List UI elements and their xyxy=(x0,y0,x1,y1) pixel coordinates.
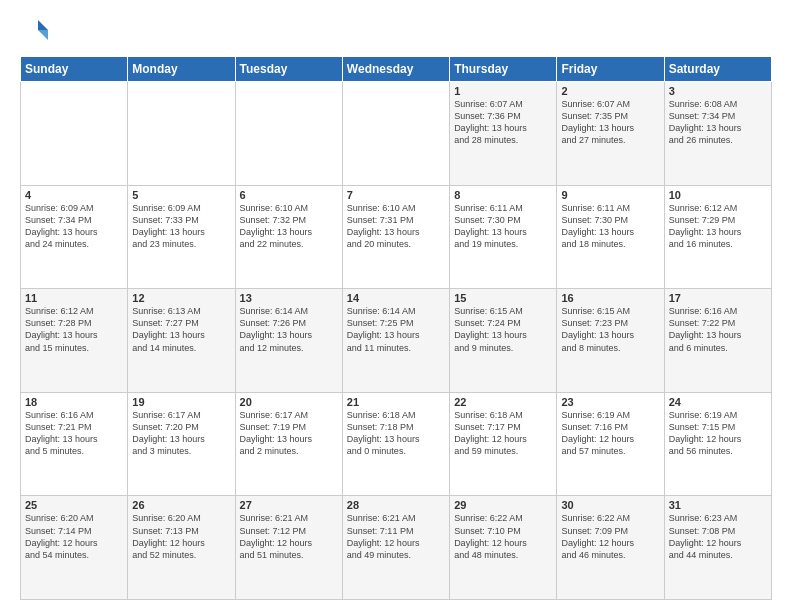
calendar-cell: 26Sunrise: 6:20 AM Sunset: 7:13 PM Dayli… xyxy=(128,496,235,600)
day-number: 21 xyxy=(347,396,445,408)
day-info: Sunrise: 6:14 AM Sunset: 7:25 PM Dayligh… xyxy=(347,305,445,354)
calendar-cell: 13Sunrise: 6:14 AM Sunset: 7:26 PM Dayli… xyxy=(235,289,342,393)
calendar-cell: 24Sunrise: 6:19 AM Sunset: 7:15 PM Dayli… xyxy=(664,392,771,496)
day-number: 30 xyxy=(561,499,659,511)
day-number: 18 xyxy=(25,396,123,408)
day-number: 25 xyxy=(25,499,123,511)
calendar-week-row: 1Sunrise: 6:07 AM Sunset: 7:36 PM Daylig… xyxy=(21,82,772,186)
calendar-cell: 21Sunrise: 6:18 AM Sunset: 7:18 PM Dayli… xyxy=(342,392,449,496)
calendar-header-row: SundayMondayTuesdayWednesdayThursdayFrid… xyxy=(21,57,772,82)
day-info: Sunrise: 6:21 AM Sunset: 7:11 PM Dayligh… xyxy=(347,512,445,561)
calendar-cell: 25Sunrise: 6:20 AM Sunset: 7:14 PM Dayli… xyxy=(21,496,128,600)
day-info: Sunrise: 6:10 AM Sunset: 7:32 PM Dayligh… xyxy=(240,202,338,251)
calendar-cell: 20Sunrise: 6:17 AM Sunset: 7:19 PM Dayli… xyxy=(235,392,342,496)
calendar-cell: 17Sunrise: 6:16 AM Sunset: 7:22 PM Dayli… xyxy=(664,289,771,393)
calendar-week-row: 11Sunrise: 6:12 AM Sunset: 7:28 PM Dayli… xyxy=(21,289,772,393)
weekday-header: Friday xyxy=(557,57,664,82)
day-number: 16 xyxy=(561,292,659,304)
calendar-cell: 27Sunrise: 6:21 AM Sunset: 7:12 PM Dayli… xyxy=(235,496,342,600)
weekday-header: Sunday xyxy=(21,57,128,82)
calendar-cell: 28Sunrise: 6:21 AM Sunset: 7:11 PM Dayli… xyxy=(342,496,449,600)
day-number: 1 xyxy=(454,85,552,97)
calendar-cell: 16Sunrise: 6:15 AM Sunset: 7:23 PM Dayli… xyxy=(557,289,664,393)
calendar-cell: 1Sunrise: 6:07 AM Sunset: 7:36 PM Daylig… xyxy=(450,82,557,186)
calendar-cell: 5Sunrise: 6:09 AM Sunset: 7:33 PM Daylig… xyxy=(128,185,235,289)
calendar-cell xyxy=(342,82,449,186)
day-number: 23 xyxy=(561,396,659,408)
calendar-cell: 31Sunrise: 6:23 AM Sunset: 7:08 PM Dayli… xyxy=(664,496,771,600)
day-number: 15 xyxy=(454,292,552,304)
calendar-cell: 12Sunrise: 6:13 AM Sunset: 7:27 PM Dayli… xyxy=(128,289,235,393)
calendar-cell: 2Sunrise: 6:07 AM Sunset: 7:35 PM Daylig… xyxy=(557,82,664,186)
weekday-header: Thursday xyxy=(450,57,557,82)
calendar-cell xyxy=(21,82,128,186)
weekday-header: Wednesday xyxy=(342,57,449,82)
calendar-cell: 9Sunrise: 6:11 AM Sunset: 7:30 PM Daylig… xyxy=(557,185,664,289)
day-number: 27 xyxy=(240,499,338,511)
page: SundayMondayTuesdayWednesdayThursdayFrid… xyxy=(0,0,792,612)
calendar: SundayMondayTuesdayWednesdayThursdayFrid… xyxy=(20,56,772,600)
day-info: Sunrise: 6:19 AM Sunset: 7:15 PM Dayligh… xyxy=(669,409,767,458)
day-number: 3 xyxy=(669,85,767,97)
day-number: 7 xyxy=(347,189,445,201)
day-number: 10 xyxy=(669,189,767,201)
svg-marker-0 xyxy=(38,20,48,30)
calendar-cell: 29Sunrise: 6:22 AM Sunset: 7:10 PM Dayli… xyxy=(450,496,557,600)
calendar-cell xyxy=(128,82,235,186)
day-info: Sunrise: 6:16 AM Sunset: 7:22 PM Dayligh… xyxy=(669,305,767,354)
day-number: 31 xyxy=(669,499,767,511)
calendar-cell: 4Sunrise: 6:09 AM Sunset: 7:34 PM Daylig… xyxy=(21,185,128,289)
calendar-cell: 22Sunrise: 6:18 AM Sunset: 7:17 PM Dayli… xyxy=(450,392,557,496)
logo xyxy=(20,16,54,46)
calendar-cell: 14Sunrise: 6:14 AM Sunset: 7:25 PM Dayli… xyxy=(342,289,449,393)
day-number: 24 xyxy=(669,396,767,408)
day-info: Sunrise: 6:11 AM Sunset: 7:30 PM Dayligh… xyxy=(454,202,552,251)
day-info: Sunrise: 6:17 AM Sunset: 7:19 PM Dayligh… xyxy=(240,409,338,458)
day-info: Sunrise: 6:20 AM Sunset: 7:13 PM Dayligh… xyxy=(132,512,230,561)
day-number: 11 xyxy=(25,292,123,304)
day-info: Sunrise: 6:09 AM Sunset: 7:34 PM Dayligh… xyxy=(25,202,123,251)
day-info: Sunrise: 6:22 AM Sunset: 7:10 PM Dayligh… xyxy=(454,512,552,561)
calendar-cell: 30Sunrise: 6:22 AM Sunset: 7:09 PM Dayli… xyxy=(557,496,664,600)
day-number: 12 xyxy=(132,292,230,304)
day-number: 6 xyxy=(240,189,338,201)
day-info: Sunrise: 6:20 AM Sunset: 7:14 PM Dayligh… xyxy=(25,512,123,561)
calendar-week-row: 18Sunrise: 6:16 AM Sunset: 7:21 PM Dayli… xyxy=(21,392,772,496)
calendar-cell: 15Sunrise: 6:15 AM Sunset: 7:24 PM Dayli… xyxy=(450,289,557,393)
day-info: Sunrise: 6:10 AM Sunset: 7:31 PM Dayligh… xyxy=(347,202,445,251)
day-number: 14 xyxy=(347,292,445,304)
day-info: Sunrise: 6:18 AM Sunset: 7:18 PM Dayligh… xyxy=(347,409,445,458)
calendar-cell: 8Sunrise: 6:11 AM Sunset: 7:30 PM Daylig… xyxy=(450,185,557,289)
day-info: Sunrise: 6:14 AM Sunset: 7:26 PM Dayligh… xyxy=(240,305,338,354)
day-info: Sunrise: 6:23 AM Sunset: 7:08 PM Dayligh… xyxy=(669,512,767,561)
day-info: Sunrise: 6:22 AM Sunset: 7:09 PM Dayligh… xyxy=(561,512,659,561)
day-number: 20 xyxy=(240,396,338,408)
day-number: 8 xyxy=(454,189,552,201)
weekday-header: Tuesday xyxy=(235,57,342,82)
calendar-cell: 3Sunrise: 6:08 AM Sunset: 7:34 PM Daylig… xyxy=(664,82,771,186)
calendar-cell: 7Sunrise: 6:10 AM Sunset: 7:31 PM Daylig… xyxy=(342,185,449,289)
day-info: Sunrise: 6:19 AM Sunset: 7:16 PM Dayligh… xyxy=(561,409,659,458)
day-info: Sunrise: 6:15 AM Sunset: 7:24 PM Dayligh… xyxy=(454,305,552,354)
calendar-week-row: 4Sunrise: 6:09 AM Sunset: 7:34 PM Daylig… xyxy=(21,185,772,289)
weekday-header: Monday xyxy=(128,57,235,82)
day-info: Sunrise: 6:15 AM Sunset: 7:23 PM Dayligh… xyxy=(561,305,659,354)
day-info: Sunrise: 6:12 AM Sunset: 7:28 PM Dayligh… xyxy=(25,305,123,354)
calendar-cell: 6Sunrise: 6:10 AM Sunset: 7:32 PM Daylig… xyxy=(235,185,342,289)
day-info: Sunrise: 6:07 AM Sunset: 7:35 PM Dayligh… xyxy=(561,98,659,147)
day-info: Sunrise: 6:13 AM Sunset: 7:27 PM Dayligh… xyxy=(132,305,230,354)
day-number: 29 xyxy=(454,499,552,511)
calendar-cell: 10Sunrise: 6:12 AM Sunset: 7:29 PM Dayli… xyxy=(664,185,771,289)
day-number: 4 xyxy=(25,189,123,201)
calendar-cell: 11Sunrise: 6:12 AM Sunset: 7:28 PM Dayli… xyxy=(21,289,128,393)
day-info: Sunrise: 6:08 AM Sunset: 7:34 PM Dayligh… xyxy=(669,98,767,147)
day-number: 19 xyxy=(132,396,230,408)
day-number: 17 xyxy=(669,292,767,304)
calendar-cell xyxy=(235,82,342,186)
day-info: Sunrise: 6:17 AM Sunset: 7:20 PM Dayligh… xyxy=(132,409,230,458)
day-number: 2 xyxy=(561,85,659,97)
calendar-cell: 18Sunrise: 6:16 AM Sunset: 7:21 PM Dayli… xyxy=(21,392,128,496)
svg-marker-1 xyxy=(38,30,48,40)
day-info: Sunrise: 6:09 AM Sunset: 7:33 PM Dayligh… xyxy=(132,202,230,251)
day-info: Sunrise: 6:18 AM Sunset: 7:17 PM Dayligh… xyxy=(454,409,552,458)
